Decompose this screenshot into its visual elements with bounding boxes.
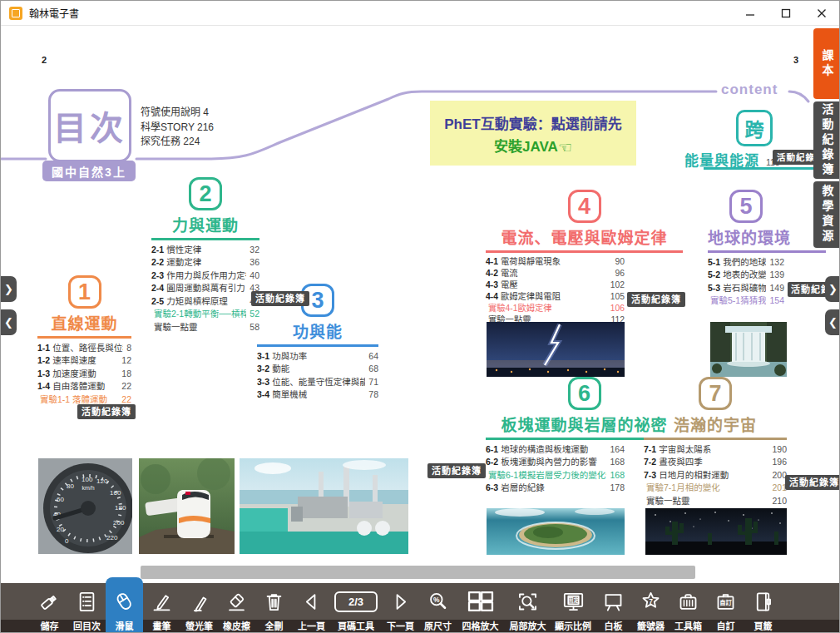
tool-label: 籤號器 — [637, 620, 665, 633]
tool-usb-save[interactable]: 儲存 — [31, 583, 68, 633]
svg-text:220: 220 — [106, 534, 118, 542]
chapter-title: 直線運動 — [37, 311, 131, 334]
power-plant-photo — [240, 458, 408, 554]
tool-highlighter[interactable]: 螢光筆 — [180, 583, 218, 633]
page-back-arrow-left-bottom[interactable]: ❮ — [1, 309, 17, 335]
toc-item-row[interactable]: 6-3岩層的紀錄178 — [486, 482, 625, 495]
toc-item-row[interactable]: 7-1宇宙與太陽系190 — [644, 443, 787, 457]
toolbar-items: 儲存回目次滑鼠畫筆螢光筆橡皮擦全刪上一頁2/3頁碼工具下一頁%原尺寸四格放大局部… — [31, 583, 782, 633]
tool-display-scale[interactable]: 固定顯示比例 — [551, 583, 595, 633]
grid-zoom-icon — [467, 583, 495, 620]
tool-page-number[interactable]: 2/3頁碼工具 — [330, 583, 382, 633]
activity-badge-ch3[interactable]: 活動紀錄簿 — [251, 291, 309, 306]
activity-badge-ch1[interactable]: 活動紀錄簿 — [77, 404, 136, 419]
toc-item-row[interactable]: 實驗6-1模擬岩層受力後的變化情形168 — [486, 469, 625, 482]
toc-item-row[interactable]: 2-5力矩與槓桿原理48 — [151, 295, 259, 309]
toc-item-row[interactable]: 實驗7-1月相的變化201 — [644, 482, 787, 495]
toc-item-row[interactable]: 1-3加速度運動18 — [37, 368, 131, 381]
toc-item-row[interactable]: 6-2板塊運動與內營力的影響168 — [486, 456, 625, 469]
tool-label: 橡皮擦 — [223, 620, 250, 633]
toc-item-row[interactable]: 4-1電荷與靜電現象90 — [486, 256, 625, 268]
page-indicator-value: 2/3 — [334, 591, 378, 612]
front-matter-item[interactable]: 符號使用說明 4 — [141, 106, 214, 121]
tool-toc[interactable]: 回目次 — [68, 583, 106, 633]
toc-item-row[interactable]: 實驗一點靈58 — [151, 321, 259, 334]
chapter-item-list: 5-1我們的地球1325-2地表的改變與平衡1395-3岩石與礦物149實驗5-… — [708, 256, 784, 308]
page-forward-arrow-right-top[interactable]: ❯ — [825, 276, 840, 302]
tool-prev-page[interactable]: 上一頁 — [293, 583, 330, 633]
toc-item-row[interactable]: 3-1功與功率64 — [257, 350, 378, 363]
toc-item-row[interactable]: 2-3作用力與反作用力定律40 — [151, 270, 259, 283]
toc-item-row[interactable]: 7-3日地月的相對運動200 — [644, 469, 787, 482]
chapter-number-badge[interactable]: 6 — [568, 377, 601, 410]
tool-whiteboard[interactable]: 白板 — [595, 583, 632, 633]
tab-textbook[interactable]: 課本 — [813, 28, 840, 99]
svg-text:7: 7 — [649, 597, 653, 606]
tab-activity-book[interactable]: 活動紀錄簿 — [813, 101, 840, 179]
front-matter-item[interactable]: 科學STORY 216 — [141, 121, 214, 136]
tool-label: 下一頁 — [387, 620, 414, 633]
svg-text:100: 100 — [82, 476, 93, 483]
toc-item-row[interactable]: 實驗4-1歐姆定律106 — [486, 303, 625, 314]
chapter-underline — [257, 344, 378, 347]
toc-item-row[interactable]: 5-1我們的地球132 — [708, 256, 784, 270]
tool-next-page[interactable]: 下一頁 — [382, 583, 419, 633]
whiteboard-icon — [602, 583, 625, 620]
tool-pen[interactable]: 畫筆 — [143, 583, 180, 633]
toc-icon — [76, 583, 98, 620]
cross-unit-badge[interactable]: 跨 — [736, 110, 773, 146]
toc-item-row[interactable]: 6-1地球的構造與板塊運動164 — [486, 443, 625, 457]
toc-item-row[interactable]: 4-2電流96 — [486, 268, 625, 279]
toc-item-row[interactable]: 2-1慣性定律32 — [151, 244, 259, 257]
tool-number-picker[interactable]: 7籤號器 — [632, 583, 670, 633]
tool-toolbox[interactable]: 工具箱 — [670, 583, 707, 633]
usb-save-icon — [38, 583, 61, 620]
toc-item-row[interactable]: 5-3岩石與礦物149 — [708, 282, 784, 295]
maximize-button[interactable] — [768, 1, 803, 26]
toc-item-row[interactable]: 3-2動能68 — [257, 363, 378, 376]
chapter-number-badge[interactable]: 2 — [189, 177, 222, 210]
tool-eraser[interactable]: 橡皮擦 — [218, 583, 255, 633]
toc-item-row[interactable]: 3-3位能、能量守恆定律與能源71 — [257, 376, 378, 389]
toc-item-row[interactable]: 2-2運動定律36 — [151, 256, 259, 270]
page-forward-arrow-left-top[interactable]: ❯ — [1, 276, 17, 302]
toc-item-row[interactable]: 2-4圓周運動與萬有引力43 — [151, 282, 259, 295]
toc-item-row[interactable]: 4-3電壓102 — [486, 279, 625, 291]
tab-teaching-resources[interactable]: 教學資源 — [813, 181, 840, 248]
toc-item-row[interactable]: 1-1位置、路徑長與位移8 — [37, 342, 131, 355]
toc-item-row[interactable]: 3-4簡單機械78 — [257, 388, 378, 402]
chapter-underline — [644, 438, 787, 440]
toc-item-row[interactable]: 實驗一點靈210 — [644, 495, 787, 508]
toc-item-row[interactable]: 實驗5-1猜猜我是誰154 — [708, 294, 784, 308]
minimize-button[interactable] — [732, 1, 768, 26]
tool-trash[interactable]: 全刪 — [255, 583, 293, 633]
toc-item-row[interactable]: 7-2晝夜與四季196 — [644, 456, 787, 469]
activity-badge-ch7[interactable]: 活動紀錄簿 — [785, 475, 840, 490]
tool-label: 原尺寸 — [424, 620, 452, 633]
close-button[interactable] — [803, 1, 839, 26]
chapter-number-badge[interactable]: 5 — [729, 190, 763, 223]
tool-region-zoom[interactable]: 局部放大 — [504, 583, 551, 633]
tool-zoom-percent[interactable]: %原尺寸 — [419, 583, 457, 633]
activity-badge-ch4[interactable]: 活動紀錄簿 — [627, 292, 685, 307]
toc-title-box: 目次 — [48, 89, 131, 162]
toc-item-row[interactable]: 1-2速率與速度12 — [37, 354, 131, 368]
chapter-number-badge[interactable]: 7 — [699, 377, 732, 410]
chapter-number-badge[interactable]: 4 — [568, 190, 601, 223]
tool-grid-zoom[interactable]: 四格放大 — [457, 583, 504, 633]
tool-page-tab[interactable]: 頁籤 — [744, 583, 782, 633]
page-number-icon: 2/3 — [334, 583, 378, 620]
front-matter-item[interactable]: 探究任務 224 — [141, 135, 214, 150]
chapter-section: 5 地球的環境 5-1我們的地球1325-2地表的改變與平衡1395-3岩石與礦… — [708, 190, 784, 308]
toc-item-row[interactable]: 5-2地表的改變與平衡139 — [708, 269, 784, 282]
tool-mouse[interactable]: 滑鼠 — [106, 577, 143, 633]
activity-badge-ch6[interactable]: 活動紀錄簿 — [427, 463, 486, 478]
page-back-arrow-right-bottom[interactable]: ❮ — [825, 309, 840, 335]
eraser-icon — [225, 583, 248, 620]
chapter-number-badge[interactable]: 1 — [68, 275, 101, 309]
horizontal-scrollbar[interactable] — [141, 566, 695, 579]
toc-item-row[interactable]: 1-4自由落體運動22 — [37, 380, 131, 393]
toc-item-row[interactable]: 實驗2-1轉動平衡──槓桿原理52 — [151, 308, 259, 321]
tool-custom[interactable]: 自訂自訂 — [707, 583, 744, 633]
toc-item-row[interactable]: 4-4歐姆定律與電阻105 — [486, 291, 625, 303]
